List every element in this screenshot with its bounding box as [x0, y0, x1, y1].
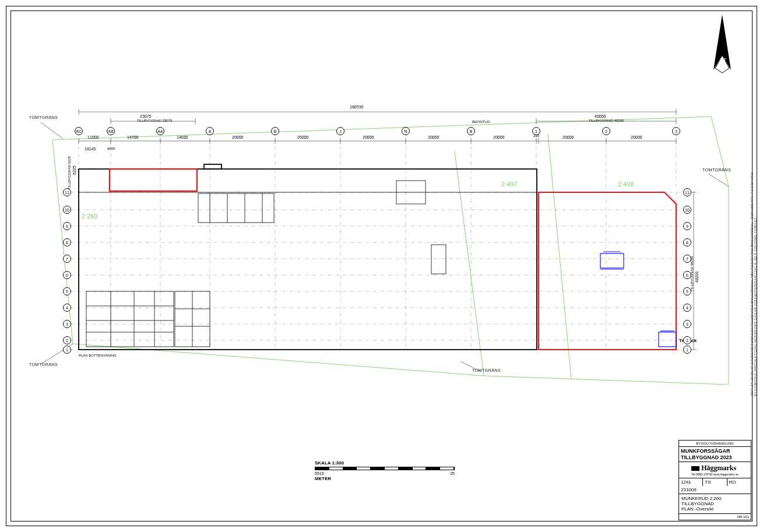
svg-rect-72 — [659, 332, 676, 347]
tb-by2: RO — [727, 478, 751, 486]
grid-row-l-10: 10 — [63, 206, 71, 214]
grid-col-N: N — [402, 127, 410, 135]
tomtgrans-tr: TOMTGRÄNS — [702, 168, 731, 172]
dim-left-h-label: TILLBYGGNAD 6225 — [68, 156, 71, 189]
grid-col-3: 3 — [672, 127, 680, 135]
scale-bar: SKALA 1:300 0 5 10 25 METER — [315, 460, 455, 481]
svg-rect-63 — [198, 193, 274, 223]
svg-line-79 — [708, 174, 729, 186]
grid-row-l-3: 3 — [63, 320, 71, 328]
grid-row-r-6: 6 — [683, 271, 691, 279]
lot-260: 2:260 — [82, 213, 98, 220]
grid-row-r-4: 4 — [683, 304, 691, 312]
dim-right-ext: 40000 — [595, 114, 606, 118]
grid-col-B2: B — [467, 127, 475, 135]
grid-row-l-9: 9 — [63, 222, 71, 230]
grid-row-l-4: 4 — [63, 304, 71, 312]
dim-6000: 6000 — [107, 147, 115, 150]
tb-date: 231009 — [679, 486, 751, 494]
extensions-red — [110, 169, 676, 350]
tb-nr: NR 101 — [679, 514, 751, 520]
tb-logo-sub: Tel 0565-178 90 www.haggmarks.se — [691, 473, 739, 476]
grid-col-B: B — [271, 127, 279, 135]
grid-row-l-7: 7 — [63, 255, 71, 263]
svg-line-3 — [455, 152, 484, 376]
svg-rect-51 — [86, 291, 174, 347]
dim-20000-3: 20000 — [363, 135, 374, 139]
tomtgrans-bl: TOMTGRÄNS — [29, 362, 58, 367]
property-lines — [52, 117, 729, 385]
grid-col-AC: AC — [75, 127, 83, 135]
tb-obj2: TILLBYGGNAD — [681, 501, 748, 506]
dim-total: 180530 — [350, 105, 363, 109]
dim-20000-1: 20000 — [232, 135, 243, 139]
dim-20000-2: 20000 — [297, 135, 308, 139]
svg-text:N: N — [718, 57, 726, 68]
dim-20000-5: 20000 — [493, 135, 504, 139]
grid-col-AA: AA — [156, 127, 164, 135]
grid-row-r-1: 1 — [683, 346, 691, 354]
svg-rect-50 — [204, 164, 221, 169]
dim-14600: 14600 — [177, 135, 188, 139]
plan-bottom: PLAN BOTTENVÅNING — [79, 354, 117, 357]
tb-project: MUNKFORSSÅGAR TILLBYGGNAD 2023 — [679, 447, 751, 462]
grid-row-r-3: 3 — [683, 320, 691, 328]
equipment-blue — [600, 252, 676, 347]
tb-project1: MUNKFORSSÅGAR — [681, 448, 749, 454]
floor-plan: 180530 23075 TILLBYGGNAD 23075 40000 TIL… — [23, 99, 740, 385]
svg-line-4 — [548, 134, 571, 379]
svg-line-76 — [41, 122, 63, 139]
dim-14700: 14700 — [127, 135, 138, 139]
grid-row-r-2: 2 — [683, 336, 691, 344]
dim-right-ext-label: TILLBYGGNAD 40000 — [589, 119, 624, 122]
plan-svg — [23, 99, 740, 385]
grid-row-r-8: 8 — [683, 238, 691, 246]
dim-20000-6: 20000 — [562, 135, 574, 139]
title-block: BYGGLOVSHANDLING MUNKFORSSÅGAR TILLBYGGN… — [678, 440, 751, 520]
grid-row-l-1: 1 — [63, 346, 71, 354]
grid-row-r-9: 9 — [683, 222, 691, 230]
dim-18145: 18145 — [85, 147, 96, 151]
dim-left-ext: 23075 — [140, 114, 151, 118]
side-meta: 2024-04-10 09:44 C:\USERS\TOMASZ\HÄGGMAR… — [750, 163, 756, 396]
scale-tick-3: 25 — [450, 471, 455, 475]
dim-20000-4: 20000 — [428, 135, 439, 139]
north-arrow: N — [705, 15, 740, 79]
grid-row-l-2: 2 — [63, 336, 71, 344]
tomtgrans-bm: TOMTGRÄNS — [472, 368, 501, 372]
tb-project2: TILLBYGGNAD 2023 — [681, 455, 749, 460]
grid-col-AB: AB — [107, 127, 115, 135]
tb-logo: Häggmarks — [701, 464, 736, 473]
grid-row-l-8: 8 — [63, 238, 71, 246]
tb-obj1: MUNKERUD 2:260 — [681, 496, 748, 501]
lot-498: 2:498 — [618, 181, 634, 188]
tomtgrans-tl: TOMTGRÄNS — [29, 115, 58, 119]
dim-left-h: 6225 — [72, 165, 76, 175]
dim-left-ext-label: TILLBYGGNAD 23075 — [137, 119, 172, 122]
tb-obj3: PLAN -Översikt — [681, 506, 748, 512]
dim-20000-7: 20000 — [631, 135, 642, 139]
logo-icon — [691, 466, 699, 471]
tb-by1: TS — [703, 478, 727, 486]
svg-rect-49 — [79, 169, 537, 350]
grid-row-r-10: 10 — [683, 206, 691, 214]
grid-row-r-5: 5 — [683, 287, 691, 295]
svg-rect-69 — [431, 245, 446, 274]
grid-col-1: 1 — [532, 127, 540, 135]
lot-497: 2:497 — [501, 181, 518, 188]
tb-num: 1241 — [679, 478, 703, 486]
grid-col-J: J — [336, 127, 344, 135]
scale-tick-2: 10 — [319, 471, 324, 475]
grid-row-r-11: 11 — [683, 188, 691, 196]
svg-rect-70 — [110, 169, 197, 191]
dim-befintlig: BEFINTLIG — [472, 120, 490, 124]
scale-unit: METER — [315, 476, 455, 481]
grid-col-A: A — [206, 127, 214, 135]
grid-row-r-7: 7 — [683, 255, 691, 263]
grid-row-l-11: 11 — [63, 188, 71, 196]
grid-row-l-5: 5 — [63, 287, 71, 295]
tb-handling: BYGGLOVSHANDLING — [679, 441, 751, 447]
dim-right-h: 48200 — [695, 272, 699, 283]
scale-title: SKALA 1:300 — [315, 460, 455, 466]
grid-row-l-6: 6 — [63, 271, 71, 279]
